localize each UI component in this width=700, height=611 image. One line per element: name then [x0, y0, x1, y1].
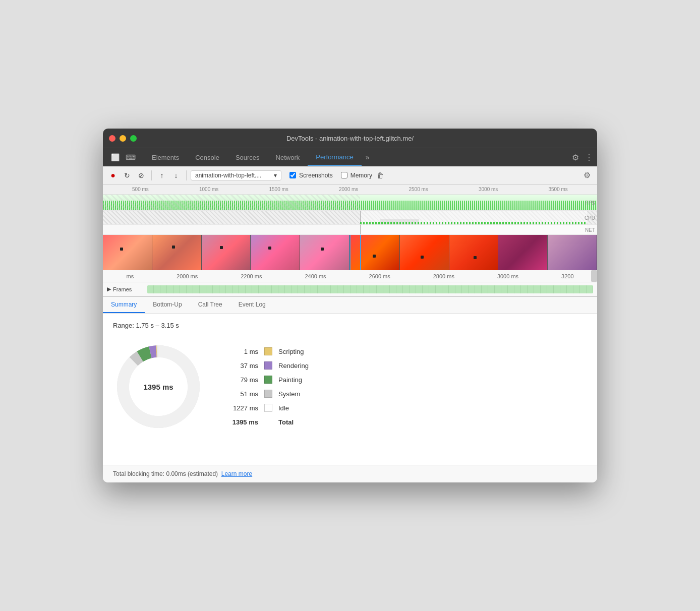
tab-sources[interactable]: Sources: [227, 150, 268, 165]
legend-item-rendering: 37 ms Rendering: [228, 361, 309, 370]
total-label: Total: [278, 418, 294, 426]
tab-performance[interactable]: Performance: [308, 149, 361, 166]
dot-2: [172, 246, 175, 249]
fps-label: FPS: [586, 200, 595, 205]
ruler-mark-1000: 1000 ms: [199, 187, 218, 192]
tab-bar-icons: ⬜ ⌨: [107, 148, 140, 166]
ruler-mark-2500: 2500 ms: [409, 187, 428, 192]
range-text: Range: 1.75 s – 3.15 s: [113, 322, 587, 329]
memory-checkbox-group: Memory: [341, 172, 372, 179]
device-icon[interactable]: ⌨: [124, 152, 138, 162]
donut-center-text: 1395 ms: [143, 383, 173, 391]
title-bar: DevTools - animation-with-top-left.glitc…: [103, 129, 597, 148]
screenshot-8[interactable]: [449, 235, 499, 270]
screenshot-4[interactable]: [251, 235, 300, 270]
scripting-label: Scripting: [278, 348, 304, 355]
timeline-upper-ruler: 500 ms 1000 ms 1500 ms 2000 ms 2500 ms 3…: [103, 185, 597, 195]
toolbar: ● ↻ ⊘ ↑ ↓ animation-with-top-left.... ▾ …: [103, 166, 597, 185]
bottom-status: Total blocking time: 0.00ms (estimated) …: [103, 465, 597, 482]
screenshot-6[interactable]: [349, 235, 400, 270]
capture-settings-button[interactable]: ⚙: [581, 169, 593, 181]
lower-mark-2400: 2400 ms: [305, 273, 326, 279]
learn-more-link[interactable]: Learn more: [221, 470, 252, 477]
toolbar-divider-1: [151, 170, 152, 180]
panel-tabs: Summary Bottom-Up Call Tree Event Log: [103, 297, 597, 314]
cpu-label: CPU: [585, 215, 595, 220]
donut-chart: 1395 ms: [113, 341, 204, 432]
dot-4: [268, 247, 271, 250]
reload-button[interactable]: ↻: [121, 169, 133, 181]
fps-row: FPS: [103, 195, 597, 211]
screenshots-label[interactable]: Screenshots: [299, 172, 333, 179]
ruler-marks: 500 ms 1000 ms 1500 ms 2000 ms 2500 ms 3…: [107, 187, 593, 192]
system-color: [264, 390, 272, 398]
screenshots-checkbox-group: Screenshots: [289, 172, 333, 179]
frames-label[interactable]: ▶ Frames: [107, 286, 147, 292]
screenshot-3[interactable]: [202, 235, 251, 270]
blocking-time-text: Total blocking time: 0.00ms (estimated): [113, 470, 218, 477]
tab-elements[interactable]: Elements: [144, 150, 187, 165]
legend-item-painting: 79 ms Painting: [228, 376, 309, 384]
tab-console[interactable]: Console: [187, 150, 227, 165]
cursor-icon[interactable]: ⬜: [109, 152, 122, 162]
dot-3: [220, 246, 223, 249]
dot-7: [421, 256, 424, 259]
memory-label[interactable]: Memory: [351, 172, 372, 179]
painting-color: [264, 376, 272, 384]
screenshot-9[interactable]: [498, 235, 548, 270]
upload-button[interactable]: ↑: [156, 169, 168, 181]
screenshot-7[interactable]: [400, 235, 449, 270]
minimize-button[interactable]: [120, 135, 126, 142]
system-label: System: [278, 390, 300, 398]
screenshot-10[interactable]: [548, 235, 597, 270]
delete-recording-button[interactable]: 🗑: [374, 169, 386, 181]
toolbar-divider-2: [186, 170, 187, 180]
idle-label: Idle: [278, 404, 289, 412]
frames-bars: [147, 285, 593, 293]
tab-bar: ⬜ ⌨ Elements Console Sources Network Per…: [103, 148, 597, 166]
clear-button[interactable]: ⊘: [135, 169, 147, 181]
more-options-icon[interactable]: ⋮: [585, 153, 593, 162]
devtools-window: DevTools - animation-with-top-left.glitc…: [103, 129, 597, 482]
close-button[interactable]: [109, 135, 115, 142]
settings-icon[interactable]: ⚙: [572, 153, 579, 162]
lower-mark-2600: 2600 ms: [369, 273, 390, 279]
url-selector[interactable]: animation-with-top-left.... ▾: [191, 170, 281, 180]
tab-summary[interactable]: Summary: [103, 297, 145, 313]
screenshot-strip[interactable]: [103, 235, 597, 270]
lower-mark-2200: 2200 ms: [241, 273, 262, 279]
timeline-area: 500 ms 1000 ms 1500 ms 2000 ms 2500 ms 3…: [103, 185, 597, 297]
cpu-row: CPU: [103, 211, 597, 225]
lower-ruler-marks: ms 2000 ms 2200 ms 2400 ms 2600 ms 2800 …: [105, 273, 595, 279]
tab-event-log[interactable]: Event Log: [230, 297, 274, 313]
screenshots-checkbox[interactable]: [289, 172, 296, 178]
download-button[interactable]: ↓: [170, 169, 182, 181]
memory-checkbox[interactable]: [341, 172, 347, 178]
screenshot-1[interactable]: [103, 235, 152, 270]
record-button[interactable]: ●: [107, 169, 119, 181]
summary-layout: 1395 ms 1 ms Scripting 37 ms Rendering: [113, 341, 587, 432]
tab-more-icon[interactable]: »: [362, 149, 374, 165]
ruler-mark-3000: 3000 ms: [479, 187, 498, 192]
lower-mark-3200: 3200: [561, 273, 573, 279]
tab-call-tree[interactable]: Call Tree: [190, 297, 230, 313]
tab-network[interactable]: Network: [268, 150, 308, 165]
scripting-color: [264, 347, 272, 355]
maximize-button[interactable]: [130, 135, 137, 142]
legend-item-total: 1395 ms Total: [228, 418, 309, 426]
net-selected: [360, 225, 588, 234]
net-label: NET: [585, 227, 595, 232]
screenshot-2[interactable]: [152, 235, 202, 270]
legend-item-system: 51 ms System: [228, 390, 309, 398]
screenshot-5[interactable]: [300, 235, 349, 270]
scripting-value: 1 ms: [228, 348, 258, 355]
dot-5: [321, 248, 324, 251]
ruler-mark-1500: 1500 ms: [269, 187, 288, 192]
dot-8: [474, 256, 477, 259]
bottom-panel: Summary Bottom-Up Call Tree Event Log Ra…: [103, 297, 597, 482]
legend-item-idle: 1227 ms Idle: [228, 404, 309, 412]
lower-mark-ms: ms: [126, 273, 134, 279]
ruler-mark-3500: 3500 ms: [549, 187, 568, 192]
tab-bottom-up[interactable]: Bottom-Up: [145, 297, 190, 313]
timeline-scrollbar[interactable]: [591, 270, 597, 282]
